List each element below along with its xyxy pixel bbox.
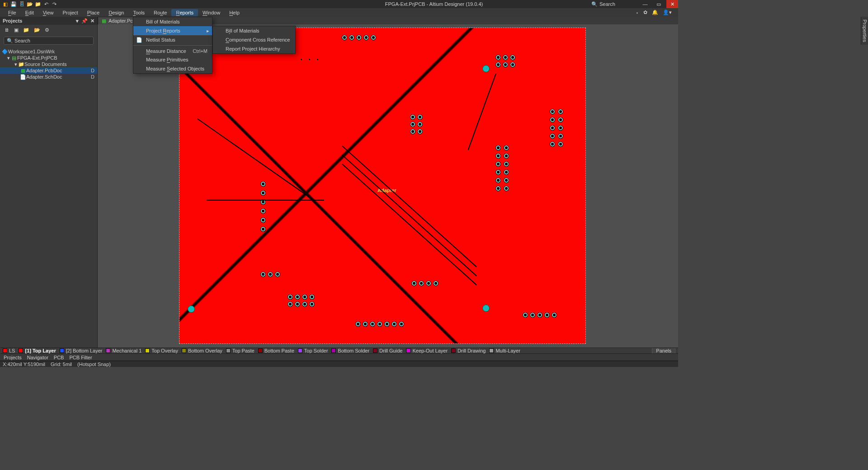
- netlist-icon: 📄: [136, 37, 142, 43]
- search-icon: 🔍: [591, 1, 598, 7]
- menu-project[interactable]: Project: [58, 9, 82, 16]
- layer-drill-guide[interactable]: Drill Guide: [373, 348, 402, 353]
- menu-design[interactable]: Design: [104, 9, 128, 16]
- menu-project-reports[interactable]: Project Reports▸: [133, 26, 212, 35]
- status-snap: (Hotspot Snap): [77, 362, 111, 367]
- project-tree: 🔷Workspace1.DsnWrk ▾▤FPGA-Ext.PrjPCB ▾📁S…: [0, 47, 97, 82]
- layer-top-paste[interactable]: Top Paste: [226, 348, 255, 353]
- mounting-hole: [482, 305, 490, 312]
- title-bar: ◧ 💾 🗄 📂 📁 ↶ ↷ FPGA-Ext.PrjPCB - Altium D…: [0, 0, 678, 8]
- pcbdoc-label: Adapter.PcbDoc: [26, 68, 62, 73]
- layer-bottom-solder[interactable]: Bottom Solder: [331, 348, 369, 353]
- window-title: FPGA-Ext.PrjPCB - Altium Designer (19.0.…: [385, 1, 483, 7]
- menu-bom[interactable]: Bill of Materials: [133, 17, 212, 26]
- menu-edit[interactable]: Edit: [21, 9, 38, 16]
- menu-measure-selected[interactable]: Measure Selected Objects: [133, 64, 212, 73]
- open-icon[interactable]: 📂: [27, 1, 33, 7]
- notifications-icon[interactable]: 🔔: [652, 9, 658, 15]
- submenu-hierarchy-label: Report Project Hierarchy: [226, 46, 280, 52]
- schdoc-label: Adapter.SchDoc: [26, 74, 62, 80]
- pcbdoc-node[interactable]: ▦Adapter.PcbDocD: [0, 67, 97, 74]
- layer-ls[interactable]: LS: [3, 348, 15, 353]
- workspace-label: Workspace1.DsnWrk: [8, 49, 55, 54]
- menu-measure-distance[interactable]: Measure DistanceCtrl+M: [133, 45, 212, 55]
- tab-pcb-filter[interactable]: PCB Filter: [69, 355, 92, 360]
- projects-search[interactable]: 🔍 Search: [4, 37, 94, 45]
- pcb-board[interactable]: Adapter: [179, 28, 586, 344]
- panel-pin-icon[interactable]: 📌: [81, 18, 88, 24]
- bottom-panel-tabs: Projects Navigator PCB PCB Filter: [0, 353, 678, 361]
- pcbdoc-icon: ▦: [20, 68, 26, 74]
- menu-reports[interactable]: Reports: [171, 9, 198, 16]
- source-documents-label: Source Documents: [24, 61, 67, 67]
- layer-bottom-paste[interactable]: Bottom Paste: [258, 348, 294, 353]
- projects-header: Projects ▾📌✕: [0, 17, 97, 25]
- menu-bar: FFileile Edit View Project Place Design …: [0, 8, 678, 17]
- schdoc-node[interactable]: 📄Adapter.SchDocD: [0, 74, 97, 80]
- menu-help[interactable]: Help: [225, 9, 244, 16]
- menu-view[interactable]: View: [38, 9, 58, 16]
- panel-close-icon[interactable]: ✕: [90, 18, 94, 24]
- submenu-cross-label: Component Cross Reference: [226, 37, 290, 42]
- menu-measure-selected-label: Measure Selected Objects: [146, 66, 204, 71]
- folder-open-icon[interactable]: 📂: [34, 27, 40, 33]
- menu-measure-primitives[interactable]: Measure Primitives: [133, 55, 212, 64]
- submenu-cross-reference[interactable]: Component Cross Reference: [213, 35, 295, 44]
- source-documents-node[interactable]: ▾📁Source Documents: [0, 61, 97, 67]
- open-recent-icon[interactable]: 📁: [35, 1, 41, 7]
- layer-top-overlay[interactable]: Top Overlay: [145, 348, 178, 353]
- search-placeholder: Search: [599, 1, 615, 7]
- user-icon[interactable]: 👤▾: [663, 9, 672, 15]
- settings-icon[interactable]: ✿: [643, 9, 647, 15]
- layer-drill-drawing[interactable]: Drill Drawing: [451, 348, 486, 353]
- layer-mechanical[interactable]: Mechanical 1: [106, 348, 142, 353]
- tab-pcb[interactable]: PCB: [54, 355, 64, 360]
- project-node[interactable]: ▾▤FPGA-Ext.PrjPCB: [0, 55, 97, 61]
- folder-icon[interactable]: 📁: [23, 27, 29, 33]
- menu-tools[interactable]: Tools: [128, 9, 149, 16]
- app-icon: ◧: [3, 1, 8, 7]
- tab-navigator[interactable]: Navigator: [27, 355, 48, 360]
- workspace-icon: 🔷: [2, 49, 8, 55]
- schdoc-icon: 📄: [20, 74, 26, 80]
- menu-route[interactable]: Route: [149, 9, 171, 16]
- workspace-node[interactable]: 🔷Workspace1.DsnWrk: [0, 48, 97, 55]
- projects-toolbar: 🗎 ▣ 📁 📂 ⚙: [0, 25, 97, 35]
- status-coord: X:420mil Y:5190mil: [3, 362, 45, 367]
- submenu-arrow-icon: ▸: [207, 28, 209, 34]
- folder-node-icon: 📁: [18, 61, 24, 67]
- menu-place[interactable]: Place: [83, 9, 104, 16]
- gear-icon[interactable]: ⚙: [45, 27, 49, 33]
- box-icon[interactable]: ▣: [14, 27, 19, 33]
- layer-multi[interactable]: Multi-Layer: [489, 348, 520, 353]
- doc-badge-2: D: [91, 74, 94, 80]
- maximize-button[interactable]: ▭: [653, 0, 665, 8]
- layer-bottom[interactable]: [2] Bottom Layer: [60, 348, 103, 353]
- panel-menu-icon[interactable]: ▾: [76, 18, 79, 24]
- projects-panel: Projects ▾📌✕ 🗎 ▣ 📁 📂 ⚙ 🔍 Search 🔷Workspa…: [0, 17, 98, 348]
- layer-bottom-overlay[interactable]: Bottom Overlay: [182, 348, 222, 353]
- global-search[interactable]: 🔍 Search: [588, 1, 637, 8]
- submenu-bom-label: Bill of Materials: [226, 28, 259, 33]
- redo-icon[interactable]: ↷: [52, 1, 57, 7]
- menu-window[interactable]: Window: [198, 9, 225, 16]
- layer-top-solder[interactable]: Top Solder: [298, 348, 328, 353]
- undo-icon[interactable]: ↶: [43, 1, 49, 7]
- layer-bar: LS [1] Top Layer [2] Bottom Layer Mechan…: [0, 348, 678, 353]
- share-icon[interactable]: ⬩: [636, 9, 639, 15]
- panels-button[interactable]: Panels: [652, 348, 675, 353]
- tab-projects[interactable]: Projects: [4, 355, 22, 360]
- menu-netlist-status[interactable]: 📄Netlist Status: [133, 35, 212, 44]
- close-button[interactable]: ✕: [666, 0, 678, 8]
- layer-top[interactable]: [1] Top Layer: [19, 348, 56, 353]
- menu-file[interactable]: FFileile: [4, 9, 21, 16]
- show-all-icon[interactable]: 🗎: [5, 27, 9, 33]
- layer-keepout[interactable]: Keep-Out Layer: [406, 348, 448, 353]
- submenu-report-hierarchy[interactable]: Report Project Hierarchy: [213, 44, 295, 53]
- submenu-bom[interactable]: Bill of Materials: [213, 26, 295, 35]
- save-icon[interactable]: 💾: [11, 1, 16, 7]
- projects-search-placeholder: Search: [14, 38, 30, 43]
- doc-badge: D: [91, 68, 94, 73]
- save-all-icon[interactable]: 🗄: [19, 1, 24, 7]
- minimize-button[interactable]: —: [639, 0, 651, 8]
